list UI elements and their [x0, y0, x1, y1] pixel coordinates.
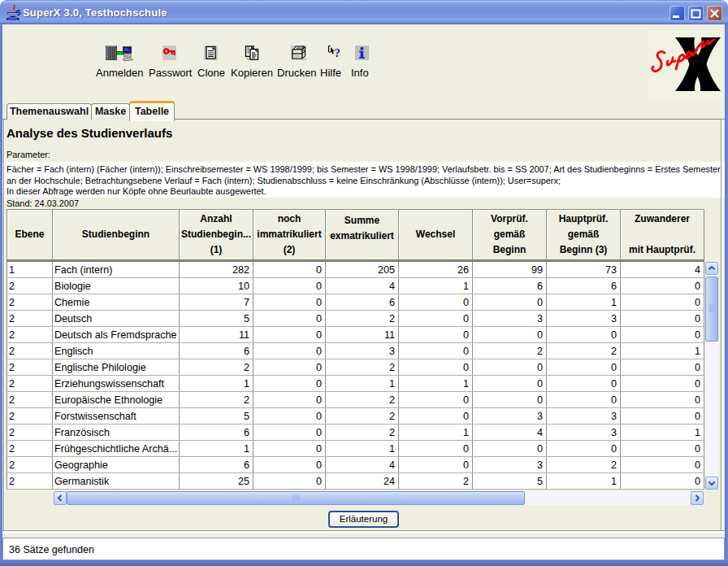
svg-text:?: ? — [335, 46, 341, 59]
